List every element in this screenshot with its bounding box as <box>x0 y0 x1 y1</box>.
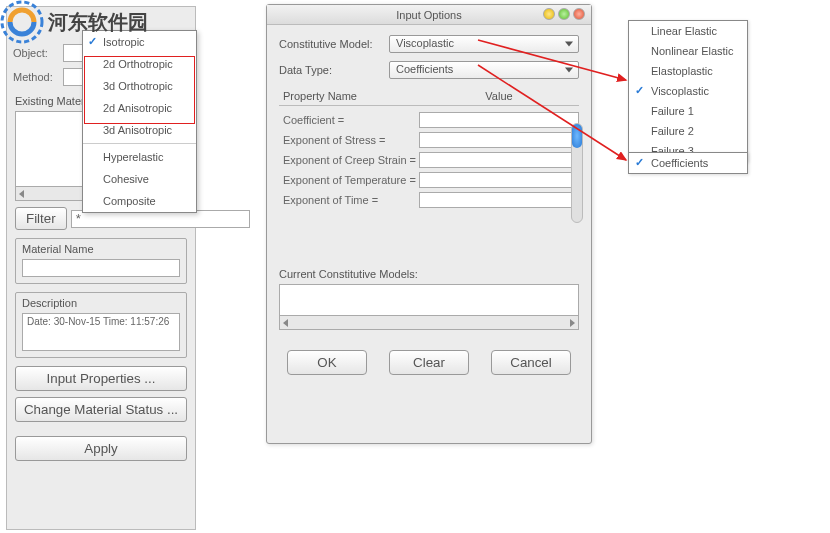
prop-name: Coefficient = <box>279 114 419 126</box>
scrollbar-thumb[interactable] <box>572 124 582 148</box>
description-label: Description <box>16 293 186 311</box>
watermark-text: 河东软件园 <box>48 9 148 36</box>
prop-value-input[interactable] <box>419 192 579 208</box>
change-material-status-button[interactable]: Change Material Status ... <box>15 397 187 422</box>
horizontal-scrollbar[interactable] <box>280 315 578 329</box>
option-elastoplastic[interactable]: Elastoplastic <box>629 61 747 81</box>
minimize-icon[interactable] <box>543 8 555 20</box>
data-type-value: Coefficients <box>396 63 453 75</box>
type-item-cohesive[interactable]: Cohesive <box>83 168 196 190</box>
material-name-label: Material Name <box>16 239 186 257</box>
site-logo-icon <box>0 0 44 44</box>
type-item-3d-anisotropic[interactable]: 3d Anisotropic <box>83 119 196 141</box>
property-value-header: Value <box>419 90 579 102</box>
maximize-icon[interactable] <box>558 8 570 20</box>
description-textarea[interactable]: Date: 30-Nov-15 Time: 11:57:26 <box>22 313 180 351</box>
vertical-scrollbar[interactable] <box>571 123 583 223</box>
constitutive-model-combo[interactable]: Viscoplastic <box>389 35 579 53</box>
clear-button[interactable]: Clear <box>389 350 469 375</box>
material-name-input[interactable] <box>22 259 180 277</box>
option-viscoplastic[interactable]: Viscoplastic <box>629 81 747 101</box>
type-item-2d-anisotropic[interactable]: 2d Anisotropic <box>83 97 196 119</box>
type-item-composite[interactable]: Composite <box>83 190 196 212</box>
option-nonlinear-elastic[interactable]: Nonlinear Elastic <box>629 41 747 61</box>
current-models-list[interactable] <box>279 284 579 330</box>
type-item-2d-orthotropic[interactable]: 2d Orthotropic <box>83 53 196 75</box>
filter-button[interactable]: Filter <box>15 207 67 230</box>
input-options-dialog: Input Options Constitutive Model: Viscop… <box>266 4 592 444</box>
constitutive-model-options[interactable]: Linear Elastic Nonlinear Elastic Elastop… <box>628 20 748 162</box>
data-type-options[interactable]: Coefficients <box>628 152 748 174</box>
option-coefficients[interactable]: Coefficients <box>629 153 747 173</box>
apply-button[interactable]: Apply <box>15 436 187 461</box>
description-group: Description Date: 30-Nov-15 Time: 11:57:… <box>15 292 187 358</box>
prop-value-input[interactable] <box>419 132 579 148</box>
data-type-combo[interactable]: Coefficients <box>389 61 579 79</box>
dialog-titlebar[interactable]: Input Options <box>267 5 591 25</box>
constitutive-model-label: Constitutive Model: <box>279 38 389 50</box>
method-label: Method: <box>13 71 63 83</box>
property-name-header: Property Name <box>279 90 419 102</box>
option-linear-elastic[interactable]: Linear Elastic <box>629 21 747 41</box>
constitutive-model-value: Viscoplastic <box>396 37 454 49</box>
prop-value-input[interactable] <box>419 152 579 168</box>
option-failure-2[interactable]: Failure 2 <box>629 121 747 141</box>
cancel-button[interactable]: Cancel <box>491 350 571 375</box>
object-label: Object: <box>13 47 63 59</box>
current-models-label: Current Constitutive Models: <box>279 268 579 280</box>
input-properties-button[interactable]: Input Properties ... <box>15 366 187 391</box>
prop-value-input[interactable] <box>419 112 579 128</box>
ok-button[interactable]: OK <box>287 350 367 375</box>
data-type-label: Data Type: <box>279 64 389 76</box>
watermark-logo: 河东软件园 <box>0 0 148 44</box>
prop-name: Exponent of Creep Strain = <box>279 154 419 166</box>
type-item-3d-orthotropic[interactable]: 3d Orthotropic <box>83 75 196 97</box>
prop-name: Exponent of Stress = <box>279 134 419 146</box>
prop-name: Exponent of Temperature = <box>279 174 419 186</box>
dialog-title-text: Input Options <box>396 9 461 21</box>
material-name-group: Material Name <box>15 238 187 284</box>
prop-value-input[interactable] <box>419 172 579 188</box>
option-failure-1[interactable]: Failure 1 <box>629 101 747 121</box>
material-type-menu[interactable]: Isotropic 2d Orthotropic 3d Orthotropic … <box>82 30 197 213</box>
type-item-hyperelastic[interactable]: Hyperelastic <box>83 146 196 168</box>
prop-name: Exponent of Time = <box>279 194 419 206</box>
close-icon[interactable] <box>573 8 585 20</box>
